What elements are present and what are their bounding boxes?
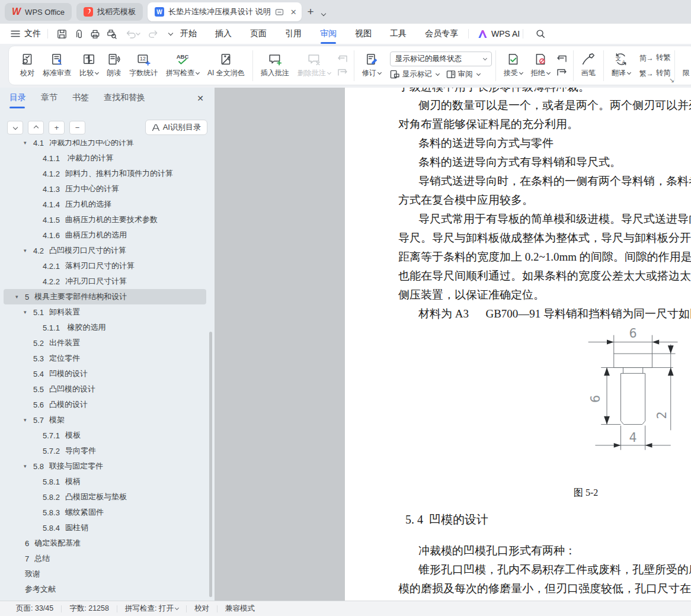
toc-item[interactable]: ▾4.2.1落料刃口尺寸的计算 — [0, 258, 215, 274]
toc-item[interactable]: ▾5.5凸凹模的设计 — [0, 381, 215, 397]
toc-item[interactable]: ▾4.1.3压力中心的计算 — [0, 181, 215, 197]
tab-page[interactable]: 页面 — [250, 24, 267, 44]
toc-item[interactable]: ▾5.2出件装置 — [0, 335, 215, 351]
sidebar-scrollbar[interactable] — [209, 332, 212, 597]
ai-polish-button[interactable]: AI 全文润色 — [203, 49, 249, 83]
delete-comment-button[interactable]: 删除批注 — [293, 49, 335, 83]
show-markup-button[interactable]: 显示标记 — [390, 69, 439, 79]
close-tab-icon[interactable]: ✕ — [290, 8, 297, 17]
expand-arrow-icon[interactable]: ▾ — [24, 248, 33, 254]
output-icon[interactable] — [71, 27, 85, 41]
spell-check-button[interactable]: ABC 拼写检查 — [162, 49, 203, 83]
pen-button[interactable]: 画笔 — [577, 49, 600, 83]
ribbon-expand-icon[interactable]: ↘ — [669, 76, 674, 84]
toc-item[interactable]: ▾参考文献 — [0, 582, 215, 597]
to-simplified-button[interactable]: 繁→ 转简 — [639, 68, 671, 78]
previous-comment-icon[interactable] — [337, 54, 348, 63]
sidebar-tab-chapters[interactable]: 章节 — [41, 92, 57, 108]
to-traditional-button[interactable]: 简→ 转繁 — [639, 53, 671, 63]
print-preview-button[interactable] — [104, 27, 119, 41]
proofread-status-button[interactable]: 校对 — [187, 604, 217, 614]
toc-previous-button[interactable] — [28, 121, 44, 134]
toc-item[interactable]: ▾6确定装配基准 — [0, 535, 215, 551]
toc-item[interactable]: ▾4.2.2冲孔刃口尺寸计算 — [0, 274, 215, 289]
restrict-edit-button[interactable]: 限 — [679, 49, 691, 83]
standard-review-button[interactable]: 标准审查 — [39, 49, 75, 83]
accept-button[interactable]: 接受 — [500, 49, 527, 83]
search-icon[interactable] — [533, 27, 548, 41]
expand-arrow-icon[interactable]: ▾ — [24, 417, 33, 423]
spellcheck-indicator[interactable]: 拼写检查: 打开 — [117, 604, 186, 614]
sidebar-close-icon[interactable]: ✕ — [197, 94, 204, 103]
toc-item[interactable]: ▾5.8联接与固定零件 — [0, 458, 215, 474]
toc-item[interactable]: ▾5.8.1模柄 — [0, 474, 215, 489]
reject-button[interactable]: 拒绝 — [527, 49, 554, 83]
tab-list-dropdown-icon[interactable] — [320, 7, 325, 17]
document-page[interactable]: 于级进模中用于长形零件级薄料冲裁。侧刃的数量可以是一个，或者是两个。两个侧刃可以… — [345, 88, 691, 601]
toc-item[interactable]: ▾5.8.4圆柱销 — [0, 520, 215, 535]
toc-item[interactable]: ▾4.1.6曲柄压力机的选用 — [0, 227, 215, 243]
read-aloud-button[interactable]: 朗读 — [103, 49, 125, 83]
toc-next-button[interactable] — [7, 121, 23, 134]
previous-change-icon[interactable] — [556, 54, 567, 63]
tab-home[interactable]: 开始 — [180, 24, 197, 44]
toc-item[interactable]: ▾5.7模架 — [0, 412, 215, 428]
tab-member[interactable]: 会员专享 — [425, 24, 458, 44]
toc-item[interactable]: ▾4.1.5曲柄压力机的主要技术参数 — [0, 212, 215, 227]
save-button[interactable] — [55, 27, 69, 41]
sidebar-tab-bookmarks[interactable]: 书签 — [72, 92, 89, 108]
proofread-button[interactable]: 校对 — [16, 49, 39, 83]
sidebar-tab-find-replace[interactable]: 查找和替换 — [104, 92, 145, 108]
toc-item[interactable]: ▾5.3定位零件 — [0, 351, 215, 366]
tab-reference[interactable]: 引用 — [285, 24, 302, 44]
toc-item[interactable]: ▾5.1卸料装置 — [0, 304, 215, 320]
review-pane-button[interactable]: 审阅 — [446, 69, 480, 79]
toc-item[interactable]: ▾5.8.2凸模固定板与垫板 — [0, 489, 215, 505]
document-tab[interactable]: W 长垫片连续冲压模具设计 说明 ✕ — [148, 2, 302, 21]
toc-item[interactable]: ▾7总结 — [0, 551, 215, 566]
redo-button[interactable] — [146, 27, 160, 41]
print-button[interactable] — [88, 27, 102, 41]
wps-office-button[interactable]: W WPS Office — [5, 3, 72, 21]
translate-button[interactable]: 文A 翻译 — [607, 49, 635, 83]
track-changes-button[interactable]: 修订 — [358, 49, 385, 83]
tab-tools[interactable]: 工具 — [390, 24, 407, 44]
sidebar-tab-toc[interactable]: 目录 — [9, 92, 26, 108]
expand-arrow-icon[interactable]: ▾ — [24, 309, 33, 315]
toc-item[interactable]: ▾5.7.1模板 — [0, 428, 215, 443]
tab-insert[interactable]: 插入 — [215, 24, 232, 44]
word-count-indicator[interactable]: 字数: 21258 — [62, 604, 117, 614]
wps-ai-button[interactable]: WPS AI — [478, 24, 520, 44]
new-tab-icon[interactable]: + — [308, 5, 314, 18]
toc-item[interactable]: ▾5.8.3螺纹紧固件 — [0, 505, 215, 520]
toolbar-more-dropdown-icon[interactable] — [164, 27, 178, 41]
next-comment-icon[interactable] — [337, 68, 348, 77]
expand-arrow-icon[interactable]: ▾ — [15, 294, 25, 300]
word-count-button[interactable]: 12 字数统计 — [125, 49, 162, 83]
toc-item[interactable]: ▾5.6凸模的设计 — [0, 397, 215, 412]
expand-arrow-icon[interactable]: ▾ — [24, 463, 33, 469]
toc-item[interactable]: ▾4.2凸凹模刃口尺寸的计算 — [0, 243, 215, 258]
toc-item[interactable]: ▾4.1.4压力机的选择 — [0, 197, 215, 212]
toc-item[interactable]: ▾5.4凹模的设计 — [0, 366, 215, 381]
toc-item[interactable]: ▾5.7.2导向零件 — [0, 443, 215, 458]
tab-review[interactable]: 审阅 — [320, 24, 337, 44]
toc-item[interactable]: ▾4.1冲裁力和压力中心的计算 — [0, 140, 215, 150]
markup-state-dropdown[interactable]: 显示标记的最终状态 — [390, 52, 492, 66]
compare-button[interactable]: 比较 — [75, 49, 103, 83]
toc-item[interactable]: ▾5模具主要零部件结构和设计 — [4, 289, 206, 304]
expand-arrow-icon[interactable]: ▾ — [24, 140, 33, 146]
toc-expand-button[interactable]: + — [49, 121, 65, 134]
toc-item[interactable]: ▾致谢 — [0, 566, 215, 582]
toc-collapse-button[interactable]: − — [69, 121, 85, 134]
toc-item[interactable]: ▾4.1.2卸料力、推料力和顶件力的计算 — [0, 166, 215, 181]
next-change-icon[interactable] — [556, 68, 567, 77]
insert-comment-button[interactable]: 插入批注 — [257, 49, 293, 83]
docer-template-tab[interactable]: 找稻壳模板 — [76, 3, 143, 21]
toc-item[interactable]: ▾4.1.1 冲裁力的计算 — [0, 150, 215, 166]
toc-item[interactable]: ▾5.1.1 橡胶的选用 — [0, 320, 215, 335]
undo-button[interactable] — [123, 27, 143, 41]
ai-recognize-toc-button[interactable]: AI识别目录 — [145, 120, 207, 135]
file-menu[interactable]: 文件 — [11, 24, 41, 44]
tab-view[interactable]: 视图 — [355, 24, 372, 44]
